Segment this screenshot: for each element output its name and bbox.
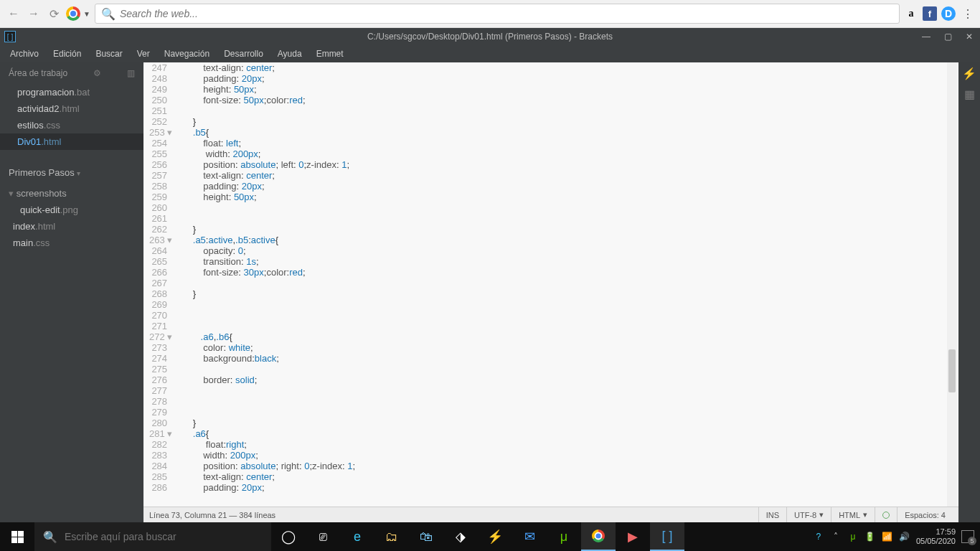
chrome-taskbar-icon[interactable] bbox=[581, 522, 616, 551]
chevron-down-icon: ▾ bbox=[863, 510, 867, 519]
menu-navegación[interactable]: Navegación bbox=[157, 47, 217, 61]
chevron-down-icon: ▾ bbox=[819, 510, 824, 519]
live-preview-icon[interactable]: ⚡ bbox=[962, 67, 976, 80]
help-icon[interactable]: ? bbox=[813, 532, 824, 542]
reload-button[interactable]: ⟳ bbox=[46, 6, 62, 22]
code-editor[interactable]: 247 248 249 250 251 252 253 ▾ 254 255 25… bbox=[143, 62, 958, 522]
insert-mode[interactable]: INS bbox=[758, 507, 786, 522]
menu-desarrollo[interactable]: Desarrollo bbox=[217, 47, 270, 61]
search-icon: 🔍 bbox=[43, 530, 57, 544]
window-title: C:/Users/sgcov/Desktop/Div01.html (Prime… bbox=[367, 32, 613, 42]
notifications-icon[interactable] bbox=[961, 530, 974, 543]
menu-emmet[interactable]: Emmet bbox=[309, 47, 351, 61]
forward-button[interactable]: → bbox=[26, 6, 42, 22]
utorrent-icon[interactable]: μ bbox=[547, 522, 581, 551]
vertical-scrollbar[interactable] bbox=[947, 62, 957, 507]
file-main[interactable]: main.css bbox=[0, 235, 143, 251]
volume-icon[interactable]: 🔊 bbox=[899, 532, 910, 542]
store-icon[interactable]: 🛍 bbox=[409, 522, 443, 551]
search-input[interactable] bbox=[120, 8, 893, 19]
brackets-window: [ ] C:/Users/sgcov/Desktop/Div01.html (P… bbox=[0, 28, 980, 522]
date: 05/05/2020 bbox=[916, 537, 956, 546]
mail-icon[interactable]: ✉ bbox=[512, 522, 547, 551]
browser-menu-icon[interactable]: ⋮ bbox=[960, 6, 974, 21]
taskbar-search-input[interactable] bbox=[65, 531, 263, 542]
language-selector[interactable]: HTML ▾ bbox=[831, 507, 875, 522]
status-bar: Línea 73, Columna 21 — 384 líneas INS UT… bbox=[143, 507, 958, 522]
folder-label: screenshots bbox=[17, 188, 67, 199]
start-button[interactable] bbox=[0, 522, 34, 551]
window-title-bar: [ ] C:/Users/sgcov/Desktop/Div01.html (P… bbox=[0, 28, 980, 45]
working-file-div01[interactable]: Div01.html bbox=[0, 133, 143, 150]
line-gutter: 247 248 249 250 251 252 253 ▾ 254 255 25… bbox=[143, 62, 181, 507]
taskbar-apps: ◯ ⎚ e 🗂 🛍 ⬗ ⚡ ✉ μ ▶ [ ] bbox=[271, 522, 684, 551]
media-player-icon[interactable]: ▶ bbox=[616, 522, 650, 551]
close-button[interactable]: ✕ bbox=[958, 32, 980, 42]
chrome-icon[interactable] bbox=[66, 6, 80, 21]
amazon-icon[interactable]: a bbox=[904, 6, 918, 21]
task-view-icon[interactable]: ⎚ bbox=[306, 522, 340, 551]
browser-toolbar: ← → ⟳ ▼ 🔍 a f D ⋮ bbox=[0, 0, 980, 28]
working-files-header[interactable]: Área de trabajo ⚙ ▥ bbox=[0, 62, 143, 84]
taskbar-search[interactable]: 🔍 bbox=[34, 522, 271, 551]
tray-app-icon[interactable]: μ bbox=[847, 532, 859, 542]
lint-status[interactable] bbox=[875, 507, 897, 522]
working-file-actividad2[interactable]: actividad2.html bbox=[0, 100, 143, 117]
search-icon: 🔍 bbox=[101, 7, 116, 21]
dropbox-icon[interactable]: ⬗ bbox=[443, 522, 478, 551]
cortana-icon[interactable]: ◯ bbox=[271, 522, 306, 551]
split-icon[interactable]: ▥ bbox=[127, 68, 135, 78]
project-dropdown[interactable]: Primeros Pasos ▾ bbox=[0, 160, 143, 181]
menu-buscar[interactable]: Buscar bbox=[88, 47, 129, 61]
right-toolbar: ⚡ ▦ bbox=[958, 62, 980, 522]
gear-icon[interactable]: ⚙ bbox=[93, 68, 101, 78]
menu-bar: ArchivoEdiciónBuscarVerNavegaciónDesarro… bbox=[0, 45, 980, 62]
menu-ayuda[interactable]: Ayuda bbox=[270, 47, 309, 61]
working-file-programacion[interactable]: programacion.bat bbox=[0, 84, 143, 100]
wifi-icon[interactable]: 📶 bbox=[882, 532, 893, 542]
brackets-logo-icon: [ ] bbox=[4, 31, 16, 42]
minimize-button[interactable]: — bbox=[915, 32, 937, 42]
windows-logo-icon bbox=[11, 531, 24, 543]
address-bar[interactable]: 🔍 bbox=[95, 4, 900, 24]
file-quick-edit[interactable]: quick-edit.png bbox=[0, 202, 143, 218]
system-tray: ? ˄ μ 🔋 📶 🔊 17:59 05/05/2020 bbox=[807, 527, 980, 546]
chrome-dropdown-icon[interactable]: ▼ bbox=[83, 10, 90, 18]
brackets-taskbar-icon[interactable]: [ ] bbox=[650, 522, 684, 551]
windows-taskbar: 🔍 ◯ ⎚ e 🗂 🛍 ⬗ ⚡ ✉ μ ▶ [ ] ? ˄ μ 🔋 📶 🔊 17… bbox=[0, 522, 980, 551]
code-content[interactable]: text-align: center; padding: 20px; heigh… bbox=[181, 62, 958, 507]
project-name: Primeros Pasos bbox=[9, 167, 75, 178]
menu-ver[interactable]: Ver bbox=[130, 47, 157, 61]
edge-icon[interactable]: e bbox=[340, 522, 374, 551]
menu-archivo[interactable]: Archivo bbox=[3, 47, 46, 61]
chevron-down-icon: ▾ bbox=[77, 169, 80, 177]
workspace-label: Área de trabajo bbox=[9, 68, 67, 78]
time: 17:59 bbox=[916, 527, 956, 537]
battery-icon[interactable]: 🔋 bbox=[864, 532, 876, 542]
menu-edición[interactable]: Edición bbox=[46, 47, 88, 61]
maximize-button[interactable]: ▢ bbox=[937, 32, 958, 42]
chevron-up-icon[interactable]: ˄ bbox=[830, 532, 842, 542]
file-index[interactable]: index.html bbox=[0, 218, 143, 235]
sidebar: Área de trabajo ⚙ ▥ programacion.batacti… bbox=[0, 62, 143, 522]
disqus-icon[interactable]: D bbox=[941, 6, 956, 21]
encoding-selector[interactable]: UTF-8 ▾ bbox=[786, 507, 831, 522]
spaces-selector[interactable]: Espacios: 4 bbox=[897, 507, 953, 522]
facebook-icon[interactable]: f bbox=[923, 6, 937, 21]
extensions-icon[interactable]: ▦ bbox=[964, 88, 975, 101]
app-icon-1[interactable]: ⚡ bbox=[478, 522, 512, 551]
working-file-estilos[interactable]: estilos.css bbox=[0, 117, 143, 133]
explorer-icon[interactable]: 🗂 bbox=[374, 522, 409, 551]
folder-screenshots[interactable]: screenshots bbox=[0, 185, 143, 202]
cursor-position[interactable]: Línea 73, Columna 21 — 384 líneas bbox=[149, 511, 758, 519]
back-button[interactable]: ← bbox=[6, 6, 22, 22]
clock[interactable]: 17:59 05/05/2020 bbox=[916, 527, 956, 546]
